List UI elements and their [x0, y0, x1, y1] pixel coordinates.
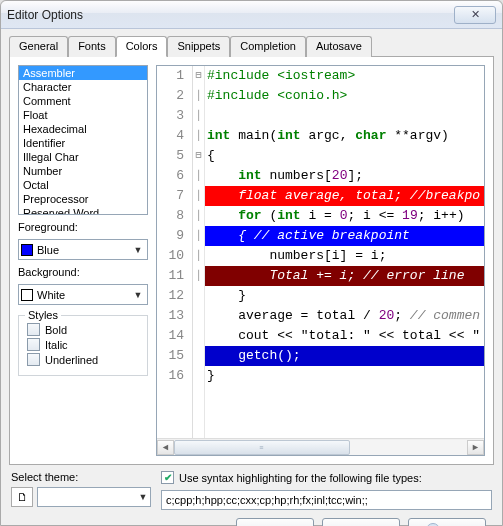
list-item[interactable]: Illegal Char: [19, 150, 147, 164]
style-checkbox-italic[interactable]: Italic: [27, 337, 139, 352]
list-item[interactable]: Character: [19, 80, 147, 94]
background-combo[interactable]: White ▼: [18, 284, 148, 305]
foreground-value: Blue: [37, 244, 131, 256]
checkbox-icon: [27, 338, 40, 351]
style-checkbox-bold[interactable]: Bold: [27, 322, 139, 337]
foreground-swatch: [21, 244, 33, 256]
color-category-list[interactable]: AssemblerCharacterCommentFloatHexadecima…: [18, 65, 148, 215]
list-item[interactable]: Float: [19, 108, 147, 122]
styles-group: Styles BoldItalicUnderlined: [18, 315, 148, 376]
chevron-down-icon: ▼: [131, 290, 145, 300]
horizontal-scrollbar[interactable]: ◄ ≡ ►: [157, 438, 484, 455]
checkbox-icon: [27, 323, 40, 336]
tab-colors[interactable]: Colors: [116, 36, 168, 57]
fold-gutter[interactable]: ⊟│││⊟││││││: [193, 66, 205, 438]
scroll-track[interactable]: ≡: [174, 440, 467, 455]
list-item[interactable]: Number: [19, 164, 147, 178]
ok-button[interactable]: ✔OK: [236, 518, 314, 526]
syntax-highlight-checkbox[interactable]: ✔ Use syntax highlighting for the follow…: [161, 471, 492, 484]
tab-autosave[interactable]: Autosave: [306, 36, 372, 57]
scroll-thumb[interactable]: ≡: [174, 440, 350, 455]
scroll-left-arrow[interactable]: ◄: [157, 440, 174, 455]
style-checkbox-underlined[interactable]: Underlined: [27, 352, 139, 367]
chevron-down-icon: ▼: [136, 492, 150, 502]
window-title: Editor Options: [7, 8, 83, 22]
tab-snippets[interactable]: Snippets: [167, 36, 230, 57]
scroll-right-arrow[interactable]: ►: [467, 440, 484, 455]
chevron-down-icon: ▼: [131, 245, 145, 255]
foreground-combo[interactable]: Blue ▼: [18, 239, 148, 260]
tab-fonts[interactable]: Fonts: [68, 36, 116, 57]
theme-label: Select theme:: [11, 471, 151, 483]
syntax-highlight-label: Use syntax highlighting for the followin…: [179, 472, 422, 484]
list-item[interactable]: Hexadecimal: [19, 122, 147, 136]
background-swatch: [21, 289, 33, 301]
checkbox-icon: [27, 353, 40, 366]
titlebar: Editor Options ✕: [1, 1, 502, 29]
tab-strip: GeneralFontsColorsSnippetsCompletionAuto…: [9, 35, 494, 57]
code-preview: 12345678910111213141516 ⊟│││⊟││││││ #inc…: [156, 65, 485, 456]
list-item[interactable]: Assembler: [19, 66, 147, 80]
filetypes-input[interactable]: c;cpp;h;hpp;cc;cxx;cp;hp;rh;fx;inl;tcc;w…: [161, 490, 492, 510]
tab-completion[interactable]: Completion: [230, 36, 306, 57]
code-lines: #include <iostream>#include <conio.h>int…: [205, 66, 484, 438]
line-gutter: 12345678910111213141516: [157, 66, 193, 438]
list-item[interactable]: Comment: [19, 94, 147, 108]
list-item[interactable]: Preprocessor: [19, 192, 147, 206]
editor-options-window: Editor Options ✕ GeneralFontsColorsSnipp…: [0, 0, 503, 526]
background-label: Background:: [18, 266, 148, 278]
theme-combo[interactable]: ▼: [37, 487, 151, 507]
tab-panel-colors: AssemblerCharacterCommentFloatHexadecima…: [9, 57, 494, 465]
foreground-label: Foreground:: [18, 221, 148, 233]
tab-general[interactable]: General: [9, 36, 68, 57]
close-button[interactable]: ✕: [454, 6, 496, 24]
help-button[interactable]: ?Help: [408, 518, 486, 526]
list-item[interactable]: Octal: [19, 178, 147, 192]
list-item[interactable]: Reserved Word: [19, 206, 147, 215]
checkbox-icon: ✔: [161, 471, 174, 484]
styles-label: Styles: [25, 309, 61, 321]
cancel-button[interactable]: ✖Cancel: [322, 518, 400, 526]
background-value: White: [37, 289, 131, 301]
theme-icon[interactable]: 🗋: [11, 487, 33, 507]
list-item[interactable]: Identifier: [19, 136, 147, 150]
